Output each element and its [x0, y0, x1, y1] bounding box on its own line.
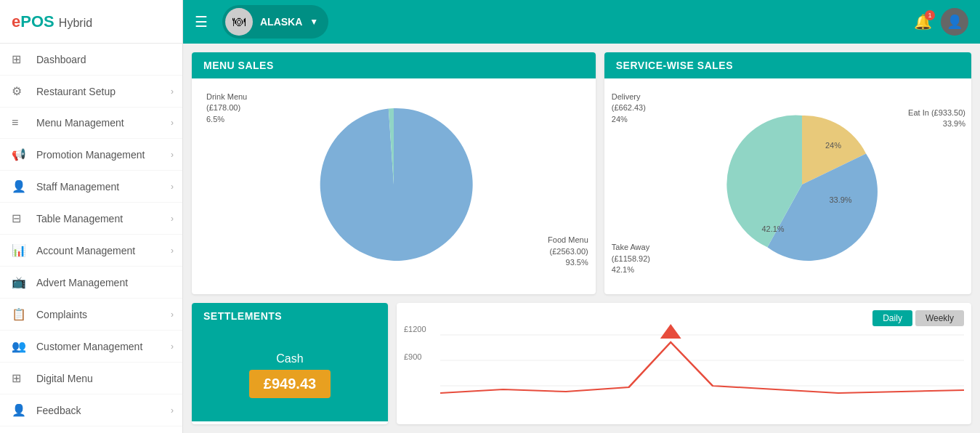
food-pct-label: 93.5%	[250, 221, 277, 232]
sidebar-icon-table-management: ⊟	[12, 211, 28, 225]
sidebar-arrow-customer-management: ›	[171, 341, 174, 352]
settlements-body: Cash £949.43	[192, 329, 388, 421]
delivery-label: Delivery(£662.43)24%	[612, 92, 646, 125]
sidebar-item-restaurant-setup[interactable]: ⚙ Restaurant Setup ›	[0, 76, 182, 108]
sidebar-arrow-restaurant-setup: ›	[171, 86, 174, 97]
takeaway-label: Take Away(£1158.92)42.1%	[612, 242, 650, 275]
svg-marker-6	[660, 324, 681, 339]
menu-sales-chart	[310, 101, 477, 268]
sidebar-item-menu-management[interactable]: ≡ Menu Management ›	[0, 108, 182, 139]
y-label-900: £900	[404, 352, 426, 361]
service-sales-header: SERVICE-WISE SALES	[604, 52, 971, 78]
user-avatar[interactable]: 👤	[941, 8, 968, 36]
sidebar-arrow-menu-management: ›	[171, 118, 174, 128]
sidebar-arrow-complaints: ›	[171, 309, 174, 320]
sidebar-label-complaints: Complaints	[36, 309, 87, 320]
sidebar-icon-dashboard: ⊞	[12, 52, 28, 66]
y-label-1200: £1200	[404, 325, 426, 333]
svg-text:42.1%: 42.1%	[762, 224, 785, 233]
sidebar-label-customer-management: Customer Management	[36, 341, 142, 352]
sidebar-label-menu-management: Menu Management	[36, 117, 124, 129]
sidebar-icon-advert-management: 📺	[12, 275, 28, 289]
sidebar-item-digital-menu[interactable]: ⊞ Digital Menu	[0, 363, 182, 394]
sidebar-label-table-management: Table Management	[36, 213, 123, 224]
settlements-header: SETTLEMENTS	[192, 303, 388, 329]
logo-pos: POS	[20, 12, 54, 31]
y-axis-labels: £1200 £900	[404, 325, 426, 361]
drink-pct-label: 6.5%	[483, 118, 501, 127]
logo: ePOS Hybrid	[0, 0, 182, 44]
bell-badge: 1	[925, 10, 935, 20]
sidebar-label-account-management: Account Management	[36, 245, 135, 256]
sidebar-label-promotion-management: Promotion Management	[36, 149, 145, 161]
sidebar-item-advert-management[interactable]: 📺 Advert Management	[0, 267, 182, 299]
sidebar-icon-menu-management: ≡	[12, 116, 28, 129]
service-sales-body: Delivery(£662.43)24% Eat In (£933.50)33.…	[604, 78, 971, 290]
sidebar-icon-promotion-management: 📢	[12, 147, 28, 161]
notification-bell[interactable]: 🔔 1	[914, 13, 932, 31]
bottom-row: SETTLEMENTS Cash £949.43 Daily Weekly £1…	[192, 303, 971, 424]
line-chart-card: Daily Weekly £1200 £900	[397, 303, 971, 424]
sidebar-icon-feedback: 👤	[12, 403, 28, 417]
sidebar-label-staff-management: Staff Management	[36, 181, 119, 193]
sidebar-arrow-feedback: ›	[171, 405, 174, 416]
sidebar-arrow-staff-management: ›	[171, 182, 174, 192]
sidebar-icon-restaurant-setup: ⚙	[12, 84, 28, 98]
svg-text:33.9%: 33.9%	[830, 195, 852, 204]
sidebar-icon-digital-menu: ⊞	[12, 371, 28, 385]
menu-sales-card: MENU SALES Drink Menu(£178.00)6.5%	[192, 52, 596, 294]
content-area: MENU SALES Drink Menu(£178.00)6.5%	[183, 44, 980, 433]
drink-menu-label: Drink Menu(£178.00)6.5%	[206, 92, 247, 125]
sidebar-item-feedback[interactable]: 👤 Feedback ›	[0, 394, 182, 426]
svg-text:24%: 24%	[825, 141, 841, 150]
restaurant-avatar: 🍽	[225, 8, 253, 36]
sidebar-icon-complaints: 📋	[12, 307, 28, 321]
sidebar-arrow-table-management: ›	[171, 214, 174, 224]
service-sales-chart: 24% 33.9% 42.1%	[726, 108, 878, 261]
logo-hybrid: Hybrid	[59, 17, 92, 29]
dropdown-arrow-icon: ▼	[309, 17, 318, 27]
main-area: ☰ 🍽 ALASKA ▼ 🔔 1 👤 MENU SALES Drink Menu…	[183, 0, 980, 433]
topbar: ☰ 🍽 ALASKA ▼ 🔔 1 👤	[183, 0, 980, 44]
sidebar-item-complaints[interactable]: 📋 Complaints ›	[0, 299, 182, 331]
sidebar-icon-staff-management: 👤	[12, 179, 28, 193]
sidebar-label-advert-management: Advert Management	[36, 277, 128, 288]
line-chart-svg	[440, 320, 964, 415]
restaurant-name: ALASKA	[260, 16, 302, 28]
sidebar-item-table-management[interactable]: ⊟ Table Management ›	[0, 203, 182, 235]
food-menu-label: Food Menu(£2563.00)93.5%	[548, 235, 588, 268]
sidebar-arrow-promotion-management: ›	[171, 150, 174, 160]
sidebar-label-dashboard: Dashboard	[36, 54, 86, 65]
sidebar-icon-customer-management: 👥	[12, 339, 28, 353]
eatin-label: Eat In (£933.50)33.9%	[908, 108, 965, 130]
hamburger-icon[interactable]: ☰	[195, 13, 208, 31]
menu-sales-body: Drink Menu(£178.00)6.5% Food Menu(£2563.…	[192, 78, 596, 290]
sidebar-arrow-account-management: ›	[171, 246, 174, 256]
sidebar-item-gift-card-management[interactable]: 🎫 Gift card Management ›	[0, 426, 182, 433]
service-sales-card: SERVICE-WISE SALES Delivery(£662.43)24% …	[604, 52, 971, 294]
settlements-card: SETTLEMENTS Cash £949.43	[192, 303, 388, 424]
logo-e-icon: e	[12, 12, 20, 31]
sidebar-item-dashboard[interactable]: ⊞ Dashboard	[0, 44, 182, 76]
sidebar-item-customer-management[interactable]: 👥 Customer Management ›	[0, 331, 182, 363]
restaurant-selector[interactable]: 🍽 ALASKA ▼	[222, 5, 328, 39]
settlement-amount: £949.43	[249, 370, 331, 398]
sidebar-label-digital-menu: Digital Menu	[36, 373, 93, 384]
sidebar-label-feedback: Feedback	[36, 405, 81, 416]
sidebar-item-promotion-management[interactable]: 📢 Promotion Management ›	[0, 139, 182, 171]
sidebar-label-restaurant-setup: Restaurant Setup	[36, 86, 116, 97]
top-cards-row: MENU SALES Drink Menu(£178.00)6.5%	[192, 52, 971, 294]
sidebar: ePOS Hybrid ⊞ Dashboard ⚙ Restaurant Set…	[0, 0, 183, 433]
sidebar-item-staff-management[interactable]: 👤 Staff Management ›	[0, 171, 182, 203]
sidebar-icon-account-management: 📊	[12, 243, 28, 257]
sidebar-item-account-management[interactable]: 📊 Account Management ›	[0, 235, 182, 267]
settlement-type-label: Cash	[276, 352, 303, 365]
menu-sales-header: MENU SALES	[192, 52, 596, 78]
